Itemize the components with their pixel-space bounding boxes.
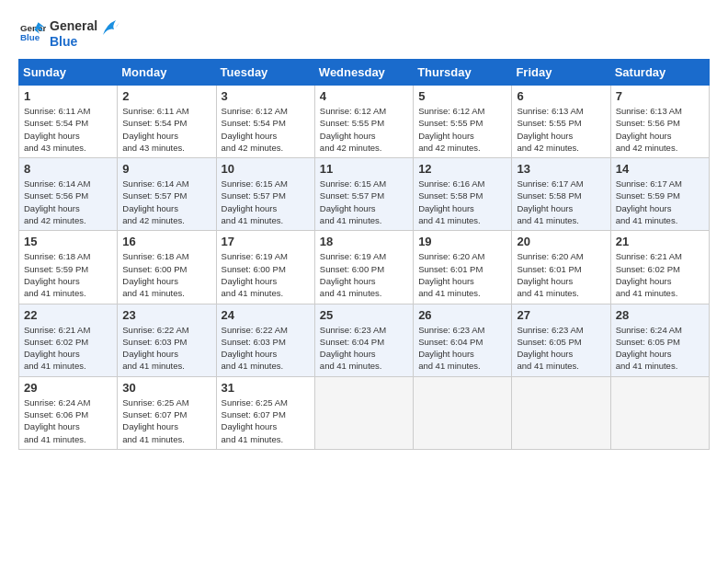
table-cell: 13 Sunrise: 6:17 AM Sunset: 5:58 PM Dayl… [512,158,610,231]
table-cell: 18 Sunrise: 6:19 AM Sunset: 6:00 PM Dayl… [314,231,413,304]
day-info: Sunrise: 6:24 AM Sunset: 6:06 PM Dayligh… [24,396,112,445]
logo-line2: Blue [50,34,97,50]
calendar-week-1: 1 Sunrise: 6:11 AM Sunset: 5:54 PM Dayli… [19,86,710,158]
table-cell: 12 Sunrise: 6:16 AM Sunset: 5:58 PM Dayl… [414,158,512,231]
day-info: Sunrise: 6:21 AM Sunset: 6:02 PM Dayligh… [24,324,112,373]
day-info: Sunrise: 6:12 AM Sunset: 5:54 PM Dayligh… [222,105,310,154]
table-cell: 28 Sunrise: 6:24 AM Sunset: 6:05 PM Dayl… [610,304,709,376]
day-number: 28 [616,308,704,322]
day-number: 19 [418,235,506,248]
logo-line1: General [50,18,97,34]
logo: General Blue General Blue [18,18,119,50]
day-number: 25 [320,308,408,322]
day-number: 13 [517,162,605,176]
table-cell: 30 Sunrise: 6:25 AM Sunset: 6:07 PM Dayl… [118,376,216,449]
day-number: 6 [517,89,605,103]
calendar-week-4: 22 Sunrise: 6:21 AM Sunset: 6:02 PM Dayl… [19,304,710,376]
table-cell: 6 Sunrise: 6:13 AM Sunset: 5:55 PM Dayli… [512,86,610,158]
table-cell: 1 Sunrise: 6:11 AM Sunset: 5:54 PM Dayli… [19,86,118,158]
day-info: Sunrise: 6:21 AM Sunset: 6:02 PM Dayligh… [616,250,704,299]
table-cell: 17 Sunrise: 6:19 AM Sunset: 6:00 PM Dayl… [216,231,314,304]
day-info: Sunrise: 6:14 AM Sunset: 5:56 PM Dayligh… [24,178,112,226]
table-cell: 9 Sunrise: 6:14 AM Sunset: 5:57 PM Dayli… [118,158,216,231]
calendar-week-3: 15 Sunrise: 6:18 AM Sunset: 5:59 PM Dayl… [19,231,710,304]
day-info: Sunrise: 6:15 AM Sunset: 5:57 PM Dayligh… [320,178,408,226]
table-cell: 11 Sunrise: 6:15 AM Sunset: 5:57 PM Dayl… [314,158,413,231]
day-number: 1 [24,89,112,103]
table-cell: 21 Sunrise: 6:21 AM Sunset: 6:02 PM Dayl… [610,231,709,304]
day-info: Sunrise: 6:20 AM Sunset: 6:01 PM Dayligh… [418,250,506,299]
day-number: 21 [616,235,704,248]
day-number: 30 [122,381,210,395]
table-cell: 31 Sunrise: 6:25 AM Sunset: 6:07 PM Dayl… [216,376,314,449]
svg-text:Blue: Blue [20,32,40,42]
day-number: 22 [24,308,112,322]
table-cell: 27 Sunrise: 6:23 AM Sunset: 6:05 PM Dayl… [512,304,610,376]
day-info: Sunrise: 6:18 AM Sunset: 6:00 PM Dayligh… [122,250,210,299]
day-info: Sunrise: 6:19 AM Sunset: 6:00 PM Dayligh… [320,250,408,299]
table-cell: 20 Sunrise: 6:20 AM Sunset: 6:01 PM Dayl… [512,231,610,304]
header-wednesday: Wednesday [314,60,413,86]
table-cell: 10 Sunrise: 6:15 AM Sunset: 5:57 PM Dayl… [216,158,314,231]
table-cell: 14 Sunrise: 6:17 AM Sunset: 5:59 PM Dayl… [610,158,709,231]
day-number: 2 [122,89,210,103]
table-cell: 3 Sunrise: 6:12 AM Sunset: 5:54 PM Dayli… [216,86,314,158]
table-cell: 24 Sunrise: 6:22 AM Sunset: 6:03 PM Dayl… [216,304,314,376]
day-info: Sunrise: 6:23 AM Sunset: 6:05 PM Dayligh… [517,324,605,373]
table-cell: 16 Sunrise: 6:18 AM Sunset: 6:00 PM Dayl… [118,231,216,304]
day-number: 29 [24,381,112,395]
header-saturday: Saturday [610,60,709,86]
day-info: Sunrise: 6:24 AM Sunset: 6:05 PM Dayligh… [616,324,704,373]
table-cell: 15 Sunrise: 6:18 AM Sunset: 5:59 PM Dayl… [19,231,118,304]
day-number: 20 [517,235,605,248]
day-number: 17 [222,235,310,248]
day-number: 7 [616,89,704,103]
day-info: Sunrise: 6:23 AM Sunset: 6:04 PM Dayligh… [320,324,408,373]
logo-icon: General Blue [20,19,46,45]
day-number: 27 [517,308,605,322]
day-number: 3 [222,89,310,103]
table-cell: 26 Sunrise: 6:23 AM Sunset: 6:04 PM Dayl… [414,304,512,376]
header-sunday: Sunday [19,60,118,86]
header-tuesday: Tuesday [216,60,314,86]
day-number: 23 [122,308,210,322]
day-number: 12 [418,162,506,176]
day-info: Sunrise: 6:18 AM Sunset: 5:59 PM Dayligh… [24,250,112,299]
table-cell [512,376,610,449]
day-info: Sunrise: 6:13 AM Sunset: 5:56 PM Dayligh… [616,105,704,154]
table-cell: 23 Sunrise: 6:22 AM Sunset: 6:03 PM Dayl… [118,304,216,376]
page-header: General Blue General Blue [18,18,710,50]
day-number: 8 [24,162,112,176]
table-cell: 8 Sunrise: 6:14 AM Sunset: 5:56 PM Dayli… [19,158,118,231]
bird-icon [99,18,119,39]
day-number: 5 [418,89,506,103]
day-info: Sunrise: 6:17 AM Sunset: 5:59 PM Dayligh… [616,178,704,226]
day-number: 26 [418,308,506,322]
table-cell [610,376,709,449]
day-info: Sunrise: 6:25 AM Sunset: 6:07 PM Dayligh… [222,396,310,445]
day-info: Sunrise: 6:22 AM Sunset: 6:03 PM Dayligh… [122,324,210,373]
day-info: Sunrise: 6:16 AM Sunset: 5:58 PM Dayligh… [418,178,506,226]
day-info: Sunrise: 6:17 AM Sunset: 5:58 PM Dayligh… [517,178,605,226]
day-info: Sunrise: 6:13 AM Sunset: 5:55 PM Dayligh… [517,105,605,154]
day-number: 11 [320,162,408,176]
day-info: Sunrise: 6:14 AM Sunset: 5:57 PM Dayligh… [122,178,210,226]
header-friday: Friday [512,60,610,86]
table-cell: 25 Sunrise: 6:23 AM Sunset: 6:04 PM Dayl… [314,304,413,376]
day-info: Sunrise: 6:11 AM Sunset: 5:54 PM Dayligh… [24,105,112,154]
day-number: 24 [222,308,310,322]
day-number: 10 [222,162,310,176]
day-number: 14 [616,162,704,176]
day-number: 4 [320,89,408,103]
table-cell: 7 Sunrise: 6:13 AM Sunset: 5:56 PM Dayli… [610,86,709,158]
day-info: Sunrise: 6:20 AM Sunset: 6:01 PM Dayligh… [517,250,605,299]
day-number: 18 [320,235,408,248]
table-cell [314,376,413,449]
table-cell: 4 Sunrise: 6:12 AM Sunset: 5:55 PM Dayli… [314,86,413,158]
calendar-table: Sunday Monday Tuesday Wednesday Thursday… [18,59,710,450]
table-cell: 2 Sunrise: 6:11 AM Sunset: 5:54 PM Dayli… [118,86,216,158]
day-number: 9 [122,162,210,176]
header-thursday: Thursday [414,60,512,86]
day-number: 15 [24,235,112,248]
table-cell: 29 Sunrise: 6:24 AM Sunset: 6:06 PM Dayl… [19,376,118,449]
